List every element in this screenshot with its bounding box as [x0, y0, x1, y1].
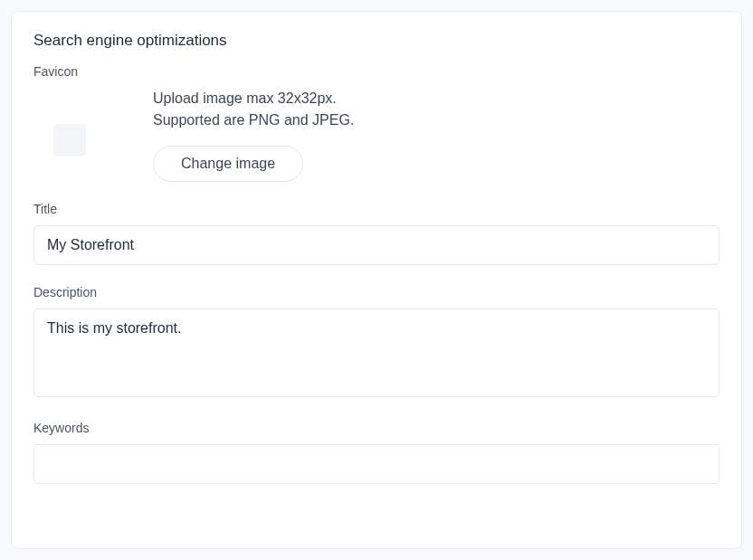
title-input[interactable]	[33, 225, 720, 265]
favicon-label: Favicon	[33, 64, 720, 79]
title-label: Title	[33, 202, 720, 216]
favicon-preview-col	[33, 88, 106, 157]
description-textarea[interactable]	[33, 308, 720, 397]
keywords-field-group: Keywords	[33, 421, 720, 484]
description-label: Description	[33, 285, 720, 299]
favicon-row: Upload image max 32x32px. Supported are …	[33, 88, 720, 182]
favicon-preview-placeholder	[53, 124, 86, 157]
seo-settings-card: Search engine optimizations Favicon Uplo…	[11, 11, 742, 549]
description-field-group: Description	[33, 285, 720, 401]
title-field-group: Title	[33, 202, 720, 265]
keywords-input[interactable]	[33, 444, 720, 484]
favicon-field-group: Favicon Upload image max 32x32px. Suppor…	[33, 64, 720, 182]
favicon-info-col: Upload image max 32x32px. Supported are …	[153, 88, 354, 182]
card-title: Search engine optimizations	[33, 32, 720, 50]
favicon-hint-line1: Upload image max 32x32px.	[153, 90, 337, 106]
keywords-label: Keywords	[33, 421, 720, 435]
favicon-hint-line2: Supported are PNG and JPEG.	[153, 112, 354, 128]
change-image-button[interactable]: Change image	[153, 146, 303, 182]
favicon-hint: Upload image max 32x32px. Supported are …	[153, 88, 354, 131]
